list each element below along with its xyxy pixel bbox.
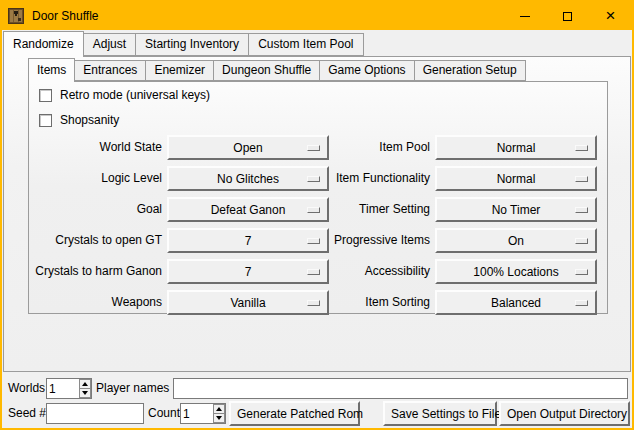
checkbox-box-icon (39, 114, 52, 127)
tab-randomize[interactable]: Randomize (3, 31, 84, 57)
dropdown-progressive-items[interactable]: On (435, 228, 597, 253)
spinner-buttons (213, 404, 225, 423)
crystals-ganon-label: Crystals to harm Ganon (29, 259, 162, 284)
dropdown-item-functionality[interactable]: Normal (435, 166, 597, 191)
dropdown-value: Normal (497, 141, 536, 155)
dropdown-timer-setting[interactable]: No Timer (435, 197, 597, 222)
window-controls: × (503, 2, 632, 30)
dropdown-value: Vanilla (230, 296, 265, 310)
checkbox-retro-mode[interactable]: Retro mode (universal keys) (39, 88, 210, 102)
sub-tab-bar: Items Entrances Enemizer Dungeon Shuffle… (28, 60, 526, 81)
arrow-down-icon (216, 416, 222, 420)
spinner-buttons (79, 379, 91, 398)
count-label: Count (148, 402, 180, 424)
count-spinbox[interactable] (180, 403, 226, 424)
goal-label: Goal (29, 197, 162, 222)
dropdown-indicator-icon (575, 207, 588, 213)
dropdown-value: Open (233, 141, 262, 155)
dropdown-item-sorting[interactable]: Balanced (435, 290, 597, 315)
app-door-icon (8, 8, 24, 24)
arrow-up-icon (82, 382, 88, 386)
items-page: Retro mode (universal keys) Shopsanity W… (28, 81, 608, 314)
dropdown-item-pool[interactable]: Normal (435, 135, 597, 160)
dropdown-value: Balanced (491, 296, 541, 310)
dropdown-accessibility[interactable]: 100% Locations (435, 259, 597, 284)
world-state-label: World State (29, 135, 162, 160)
accessibility-label: Accessibility (269, 259, 430, 284)
randomize-page: Items Entrances Enemizer Dungeon Shuffle… (3, 56, 631, 372)
crystals-gt-label: Crystals to open GT (29, 228, 162, 253)
tab-label: Entrances (83, 63, 137, 77)
dropdown-value: 7 (245, 265, 252, 279)
maximize-button[interactable] (546, 2, 589, 30)
dropdown-indicator-icon (575, 176, 588, 182)
item-pool-label: Item Pool (269, 135, 430, 160)
worlds-value-input[interactable] (47, 379, 79, 398)
arrow-down-icon (82, 391, 88, 395)
window-title: Door Shuffle (32, 9, 99, 23)
arrow-up-icon (216, 407, 222, 411)
spin-up-button[interactable] (79, 379, 91, 389)
logic-level-label: Logic Level (29, 166, 162, 191)
subtab-dungeon-shuffle[interactable]: Dungeon Shuffle (214, 60, 320, 81)
weapons-label: Weapons (29, 290, 162, 315)
open-output-directory-button[interactable]: Open Output Directory (499, 401, 630, 426)
item-sorting-label: Item Sorting (269, 290, 430, 315)
worlds-spinbox[interactable] (46, 378, 92, 399)
timer-setting-label: Timer Setting (269, 197, 430, 222)
tab-label: Adjust (93, 37, 126, 51)
subtab-generation-setup[interactable]: Generation Setup (415, 60, 526, 81)
close-button[interactable]: × (589, 2, 632, 30)
dropdown-value: No Timer (492, 203, 541, 217)
titlebar: Door Shuffle × (2, 2, 632, 30)
subtab-items[interactable]: Items (28, 58, 75, 82)
subtab-enemizer[interactable]: Enemizer (146, 60, 214, 81)
dropdown-indicator-icon (575, 300, 588, 306)
tab-label: Dungeon Shuffle (222, 63, 311, 77)
tab-label: Custom Item Pool (258, 37, 353, 51)
tab-label: Game Options (328, 63, 405, 77)
dropdown-value: On (508, 234, 524, 248)
generate-patched-rom-button[interactable]: Generate Patched Rom (229, 401, 360, 426)
checkbox-shopsanity[interactable]: Shopsanity (39, 113, 119, 127)
checkbox-label: Retro mode (universal keys) (60, 88, 210, 102)
checkbox-label: Shopsanity (60, 113, 119, 127)
worlds-label: Worlds (8, 377, 45, 399)
dropdown-indicator-icon (575, 238, 588, 244)
subtab-entrances[interactable]: Entrances (75, 60, 146, 81)
tab-custom-item-pool[interactable]: Custom Item Pool (249, 33, 363, 56)
tab-label: Generation Setup (423, 63, 517, 77)
tab-adjust[interactable]: Adjust (84, 33, 136, 56)
tab-label: Enemizer (154, 63, 205, 77)
close-icon: × (606, 11, 616, 21)
door-shuffle-window: Door Shuffle × Randomize Adjust Starting… (0, 0, 634, 430)
spin-up-button[interactable] (213, 404, 225, 414)
tab-label: Starting Inventory (145, 37, 239, 51)
dropdown-indicator-icon (575, 269, 588, 275)
count-value-input[interactable] (181, 404, 213, 423)
dropdown-indicator-icon (575, 145, 588, 151)
player-names-input[interactable] (173, 378, 628, 399)
tab-starting-inventory[interactable]: Starting Inventory (136, 33, 249, 56)
dropdown-value: 100% Locations (473, 265, 558, 279)
tab-label: Randomize (13, 37, 74, 51)
player-names-label: Player names (96, 377, 169, 399)
seed-label: Seed # (8, 402, 46, 424)
minimize-button[interactable] (503, 2, 546, 30)
checkbox-box-icon (39, 89, 52, 102)
progressive-items-label: Progressive Items (269, 228, 430, 253)
spin-down-button[interactable] (213, 414, 225, 423)
subtab-game-options[interactable]: Game Options (320, 60, 414, 81)
minimize-icon (520, 16, 530, 17)
seed-input[interactable] (46, 403, 144, 424)
tab-label: Items (37, 63, 66, 77)
dropdown-value: 7 (245, 234, 252, 248)
main-tab-bar: Randomize Adjust Starting Inventory Cust… (3, 33, 364, 56)
maximize-icon (563, 12, 572, 21)
item-functionality-label: Item Functionality (269, 166, 430, 191)
dropdown-value: Normal (497, 172, 536, 186)
spin-down-button[interactable] (79, 389, 91, 398)
save-settings-button[interactable]: Save Settings to File (383, 401, 497, 426)
